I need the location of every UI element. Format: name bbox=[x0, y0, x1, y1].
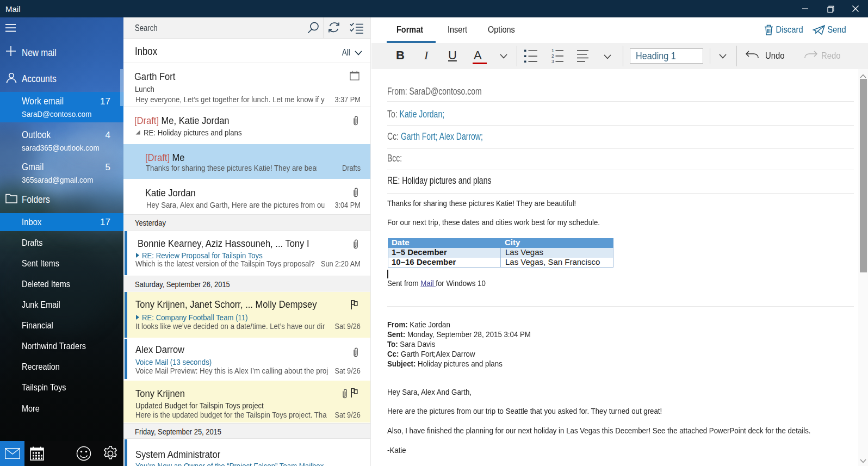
svg-text:1: 1 bbox=[551, 48, 554, 53]
svg-text:2: 2 bbox=[551, 53, 554, 59]
svg-text:3: 3 bbox=[551, 59, 554, 63]
